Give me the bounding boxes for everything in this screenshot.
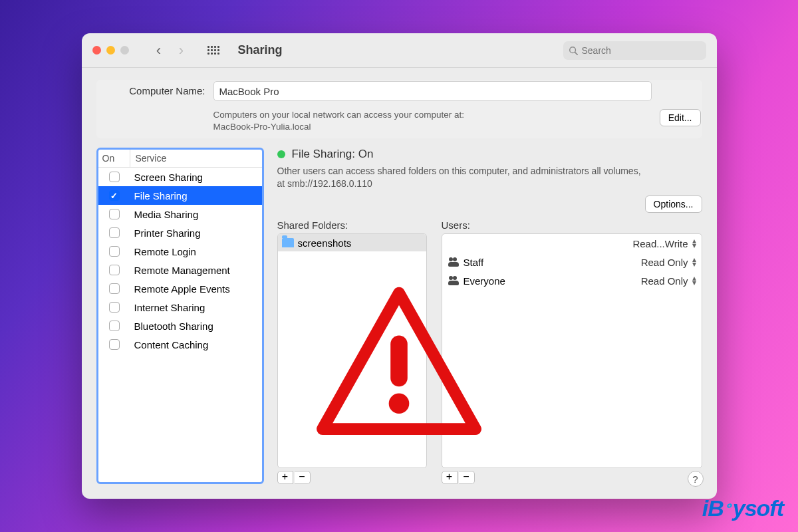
permission-value: Read Only: [641, 257, 688, 268]
service-row-media-sharing[interactable]: Media Sharing: [98, 205, 262, 223]
user-row[interactable]: StaffRead Only▴▾: [442, 253, 702, 271]
forward-button: ›: [172, 41, 192, 60]
service-label: Bluetooth Sharing: [130, 321, 262, 332]
service-checkbox[interactable]: [109, 339, 120, 350]
folders-users-row: Shared Folders: screenshots + − Users: R…: [277, 219, 702, 484]
close-window-button[interactable]: [92, 46, 101, 55]
service-row-remote-login[interactable]: Remote Login: [98, 242, 262, 261]
search-field-wrap[interactable]: [563, 41, 706, 60]
options-button[interactable]: Options...: [645, 196, 702, 213]
service-row-printer-sharing[interactable]: Printer Sharing: [98, 223, 262, 242]
status-indicator-icon: [277, 150, 285, 158]
show-all-button[interactable]: [203, 41, 223, 60]
service-label: Screen Sharing: [130, 172, 262, 183]
service-checkbox[interactable]: [109, 265, 120, 275]
permission-select[interactable]: Read Only▴▾: [641, 275, 696, 287]
search-input[interactable]: [582, 45, 701, 56]
service-label: Remote Apple Events: [130, 283, 262, 295]
users-title: Users:: [442, 219, 702, 231]
user-row[interactable]: Read...Write▴▾: [442, 234, 702, 253]
service-checkbox[interactable]: [109, 283, 120, 294]
service-row-remote-management[interactable]: Remote Management: [98, 261, 262, 279]
remove-shared-folder-button[interactable]: −: [295, 471, 311, 484]
status-title: File Sharing: On: [292, 148, 374, 161]
service-checkbox[interactable]: [109, 227, 120, 238]
edit-hostname-button[interactable]: Edit...: [660, 109, 701, 126]
users-controls: + −: [442, 471, 702, 484]
minimize-window-button[interactable]: [106, 46, 115, 55]
services-header: On Service: [98, 150, 262, 168]
shared-folders-panel: Shared Folders: screenshots + −: [277, 219, 427, 484]
chevron-left-icon: ‹: [156, 42, 161, 59]
service-checkbox[interactable]: [109, 302, 120, 313]
shared-folders-list[interactable]: screenshots: [277, 233, 427, 468]
service-row-remote-apple-events[interactable]: Remote Apple Events: [98, 279, 262, 298]
back-button[interactable]: ‹: [149, 41, 169, 60]
help-button[interactable]: ?: [688, 471, 704, 487]
service-label: Content Caching: [130, 339, 262, 350]
stepper-arrows-icon: ▴▾: [692, 239, 696, 248]
services-list[interactable]: On Service Screen SharingFile SharingMed…: [96, 148, 264, 484]
add-shared-folder-button[interactable]: +: [277, 471, 293, 484]
shared-folders-title: Shared Folders:: [277, 219, 427, 231]
search-icon: [569, 46, 578, 55]
folder-icon: [282, 238, 294, 247]
computer-name-block: Computer Name: Computers on your local n…: [96, 80, 702, 138]
services-header-service: Service: [130, 150, 262, 167]
users-list[interactable]: Read...Write▴▾StaffRead Only▴▾EveryoneRe…: [442, 233, 702, 468]
shared-folder-item[interactable]: screenshots: [278, 234, 426, 251]
permission-select[interactable]: Read...Write▴▾: [632, 238, 696, 249]
computer-name-input[interactable]: [213, 81, 652, 101]
users-panel: Users: Read...Write▴▾StaffRead Only▴▾Eve…: [442, 219, 702, 484]
svg-line-1: [575, 52, 577, 55]
service-checkbox[interactable]: [109, 321, 120, 331]
user-name: Staff: [464, 257, 484, 268]
window-title: Sharing: [238, 43, 283, 57]
main-row: On Service Screen SharingFile SharingMed…: [96, 148, 702, 484]
chevron-right-icon: ›: [179, 42, 184, 59]
users-icon: [448, 276, 460, 285]
user-name: Everyone: [464, 275, 505, 287]
service-row-screen-sharing[interactable]: Screen Sharing: [98, 168, 262, 186]
users-icon: [448, 257, 460, 267]
add-user-button[interactable]: +: [442, 471, 458, 484]
computer-name-hint: Computers on your local network can acce…: [213, 109, 652, 133]
status-line: File Sharing: On: [277, 148, 702, 161]
service-label: Media Sharing: [130, 209, 262, 220]
window-toolbar: ‹ › Sharing: [82, 33, 717, 68]
status-description: Other users can access shared folders on…: [277, 165, 650, 190]
service-label: Internet Sharing: [130, 302, 262, 313]
content-area: Computer Name: Computers on your local n…: [82, 68, 717, 499]
user-row[interactable]: EveryoneRead Only▴▾: [442, 271, 702, 290]
service-row-content-caching[interactable]: Content Caching: [98, 335, 262, 354]
grid-icon: [207, 46, 219, 55]
service-checkbox[interactable]: [109, 190, 120, 201]
stepper-arrows-icon: ▴▾: [692, 276, 696, 285]
watermark-logo: iB∘ysoft: [702, 495, 783, 521]
service-label: Printer Sharing: [130, 227, 262, 239]
service-label: File Sharing: [130, 190, 262, 201]
service-row-internet-sharing[interactable]: Internet Sharing: [98, 298, 262, 317]
service-row-file-sharing[interactable]: File Sharing: [98, 186, 262, 205]
sharing-preferences-window: ‹ › Sharing Computer Name: Computers on …: [82, 33, 717, 499]
shared-folder-label: screenshots: [298, 237, 352, 249]
services-header-on: On: [98, 150, 130, 167]
service-checkbox[interactable]: [109, 172, 120, 182]
remove-user-button[interactable]: −: [459, 471, 475, 484]
zoom-window-button[interactable]: [120, 46, 129, 55]
permission-value: Read...Write: [632, 238, 688, 249]
service-checkbox[interactable]: [109, 209, 120, 219]
computer-name-label: Computer Name:: [129, 81, 205, 96]
stepper-arrows-icon: ▴▾: [692, 257, 696, 267]
service-row-bluetooth-sharing[interactable]: Bluetooth Sharing: [98, 317, 262, 335]
service-detail-panel: File Sharing: On Other users can access …: [277, 148, 702, 484]
permission-value: Read Only: [641, 275, 688, 287]
nav-arrows: ‹ ›: [149, 41, 192, 60]
traffic-lights: [92, 46, 129, 55]
shared-folders-controls: + −: [277, 471, 427, 484]
service-checkbox[interactable]: [109, 246, 120, 257]
permission-select[interactable]: Read Only▴▾: [641, 257, 696, 268]
service-label: Remote Login: [130, 246, 262, 257]
service-label: Remote Management: [130, 265, 262, 276]
